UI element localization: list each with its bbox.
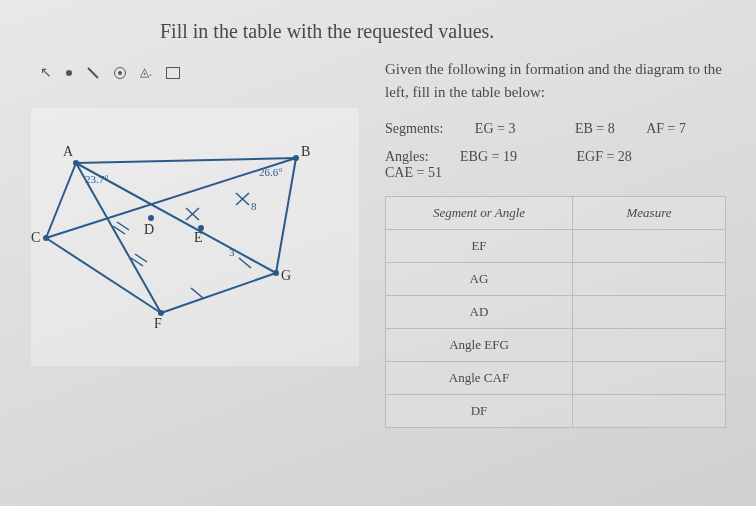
- seg-eg-value: 3: [229, 246, 235, 258]
- row-label: Angle CAF: [386, 362, 573, 395]
- measure-input[interactable]: [573, 263, 726, 296]
- vertex-c-label: C: [31, 230, 40, 246]
- row-label: DF: [386, 395, 573, 428]
- drawing-toolbar: ↖ ◬.: [30, 58, 360, 87]
- svg-line-11: [135, 254, 147, 262]
- svg-line-2: [46, 238, 161, 313]
- measure-input[interactable]: [573, 230, 726, 263]
- table-row: Angle CAF: [386, 362, 726, 395]
- svg-line-0: [76, 158, 296, 163]
- angles-label: Angles: EBG = 19: [385, 149, 545, 165]
- measure-input[interactable]: [573, 329, 726, 362]
- measure-input[interactable]: [573, 362, 726, 395]
- geometry-diagram: A B C D E F G 23.7° 26.6° 8 3: [30, 107, 360, 367]
- svg-point-18: [73, 160, 79, 166]
- vertex-a-label: A: [63, 144, 73, 160]
- pointer-tool-icon[interactable]: ↖: [40, 64, 52, 81]
- svg-line-9: [117, 222, 129, 230]
- svg-point-21: [148, 215, 154, 221]
- svg-line-3: [161, 273, 276, 313]
- vertex-f-label: F: [154, 316, 162, 332]
- svg-line-13: [239, 258, 251, 268]
- ang-egf: EGF = 28: [576, 149, 631, 165]
- instructions-text: Given the following in formation and the…: [385, 58, 726, 103]
- line-tool-icon[interactable]: [87, 67, 98, 78]
- given-angles-line: Angles: EBG = 19 EGF = 28 CAE = 51: [385, 149, 726, 181]
- row-label: EF: [386, 230, 573, 263]
- seg-eb: EB = 8: [575, 121, 615, 137]
- measure-input[interactable]: [573, 296, 726, 329]
- angle-b-value: 26.6°: [259, 166, 283, 178]
- vertex-g-label: G: [281, 268, 291, 284]
- segments-label: Segments: EG = 3: [385, 121, 543, 137]
- vertex-b-label: B: [301, 144, 310, 160]
- table-row: EF: [386, 230, 726, 263]
- vertex-d-label: D: [144, 222, 154, 238]
- svg-point-20: [43, 235, 49, 241]
- vertex-e-label: E: [194, 230, 203, 246]
- table-row: AD: [386, 296, 726, 329]
- row-label: AG: [386, 263, 573, 296]
- page-title: Fill in the table with the requested val…: [160, 20, 726, 43]
- triangle-tool-icon[interactable]: ◬.: [140, 65, 152, 80]
- col-header-measure: Measure: [573, 197, 726, 230]
- row-label: AD: [386, 296, 573, 329]
- svg-line-1: [46, 163, 76, 238]
- svg-point-19: [293, 155, 299, 161]
- table-row: Angle EFG: [386, 329, 726, 362]
- ang-cae: CAE = 51: [385, 165, 442, 181]
- circle-tool-icon[interactable]: [114, 67, 126, 79]
- seg-af: AF = 7: [646, 121, 686, 137]
- row-label: Angle EFG: [386, 329, 573, 362]
- col-header-item: Segment or Angle: [386, 197, 573, 230]
- svg-line-12: [191, 288, 203, 298]
- table-row: AG: [386, 263, 726, 296]
- polygon-tool-icon[interactable]: [166, 67, 180, 79]
- measure-input[interactable]: [573, 395, 726, 428]
- given-segments-line: Segments: EG = 3 EB = 8 AF = 7: [385, 121, 726, 137]
- angle-a-value: 23.7°: [85, 173, 109, 185]
- answer-table: Segment or Angle Measure EF AG AD Angle …: [385, 196, 726, 428]
- table-row: DF: [386, 395, 726, 428]
- point-tool-icon[interactable]: [66, 70, 72, 76]
- svg-point-24: [273, 270, 279, 276]
- seg-eb-value: 8: [251, 200, 257, 212]
